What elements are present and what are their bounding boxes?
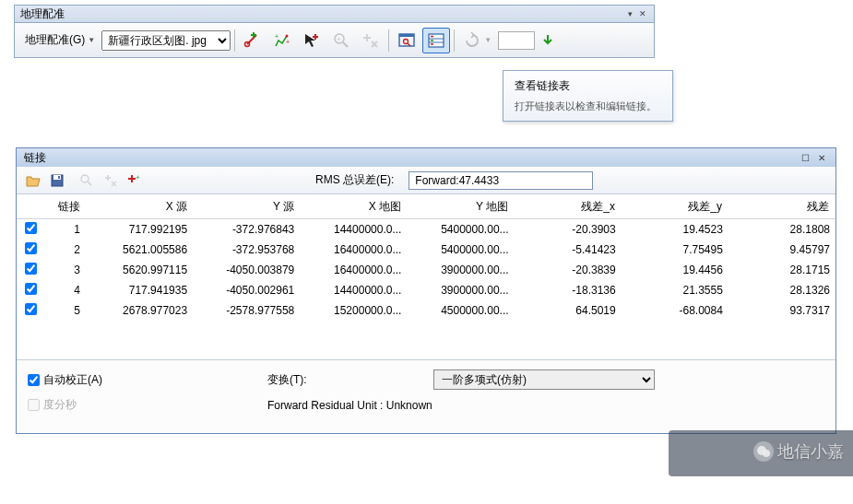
chevron-down-icon: ▼ xyxy=(88,36,95,44)
col-ymap[interactable]: Y 地图 xyxy=(408,195,515,219)
auto-rectify-checkbox[interactable] xyxy=(28,374,40,386)
svg-point-40 xyxy=(763,450,770,457)
toolbar-close-icon[interactable]: ✕ xyxy=(637,8,648,19)
cell-resx: -20.3839 xyxy=(515,260,622,280)
svg-rect-29 xyxy=(58,176,60,179)
cell-res: 93.7317 xyxy=(729,300,835,321)
table-row[interactable]: 4 717.941935 -4050.002961 14400000.0... … xyxy=(17,280,835,300)
svg-line-31 xyxy=(88,182,91,185)
svg-text:+: + xyxy=(275,33,278,40)
row-checkbox[interactable] xyxy=(25,242,37,254)
cell-xsrc: 717.941935 xyxy=(86,280,193,300)
links-toolbar: + RMS 总误差(E): Forward:47.4433 xyxy=(17,167,835,194)
cell-id: 5 xyxy=(44,300,86,321)
cell-resx: 64.5019 xyxy=(515,300,622,321)
table-row[interactable]: 2 5621.005586 -372.953768 16400000.0... … xyxy=(17,240,835,260)
cell-xmap: 16400000.0... xyxy=(300,260,407,280)
toolbar-dropdown-icon[interactable]: ▾ xyxy=(624,8,635,19)
cell-res: 28.1808 xyxy=(729,219,835,240)
cell-id: 3 xyxy=(44,260,86,280)
cell-ymap: 5400000.00... xyxy=(407,219,514,240)
col-xmap[interactable]: X 地图 xyxy=(301,195,408,219)
svg-point-18 xyxy=(404,39,409,43)
delete-selected-icon[interactable] xyxy=(101,171,120,190)
cell-ysrc: -372.976843 xyxy=(193,219,300,240)
cell-resy: 21.3555 xyxy=(622,280,729,300)
residual-unit-label: Forward Residual Unit : Unknown xyxy=(267,399,432,412)
cell-resy: 7.75495 xyxy=(622,240,729,260)
image-select[interactable]: 新疆行政区划图. jpg xyxy=(101,30,231,51)
table-row[interactable]: 1 717.992195 -372.976843 14400000.0... 5… xyxy=(17,219,835,240)
georef-menu-label: 地理配准(G) xyxy=(25,32,85,48)
table-header[interactable]: 链接 X 源 Y 源 X 地图 Y 地图 残差_x 残差_y 残差 xyxy=(18,195,835,219)
cell-xsrc: 5621.005586 xyxy=(86,240,193,260)
row-checkbox[interactable] xyxy=(25,263,37,275)
links-title-bar[interactable]: 链接 ☐ ✕ xyxy=(17,148,835,167)
rotation-input[interactable] xyxy=(498,31,535,50)
apply-icon[interactable] xyxy=(540,33,555,48)
links-title-label: 链接 xyxy=(24,150,46,166)
cell-ymap: 5400000.00... xyxy=(407,240,514,260)
zoom-selected-icon[interactable] xyxy=(77,171,96,190)
view-link-table-button[interactable] xyxy=(422,28,450,53)
auto-registration-icon[interactable]: ++ xyxy=(268,28,296,53)
cell-resy: 19.4523 xyxy=(622,219,729,240)
cell-resy: 19.4456 xyxy=(622,260,729,280)
cell-resx: -18.3136 xyxy=(515,280,622,300)
panel-close-icon[interactable]: ✕ xyxy=(815,151,828,164)
cell-ymap: 4500000.00... xyxy=(407,300,514,321)
watermark: 地信小嘉 xyxy=(753,440,844,463)
add-point-icon[interactable]: + xyxy=(125,171,144,190)
cell-ysrc: -372.953768 xyxy=(193,240,300,260)
cell-xsrc: 2678.977023 xyxy=(86,300,193,321)
cell-ymap: 3900000.00... xyxy=(407,280,514,300)
links-panel: 链接 ☐ ✕ + RMS 总误差(E): Forward:47.4433 xyxy=(16,147,836,434)
col-resy[interactable]: 残差_y xyxy=(622,195,729,219)
zoom-to-link-icon[interactable]: + xyxy=(327,28,355,53)
cell-id: 4 xyxy=(44,280,86,300)
dms-label: 度分秒 xyxy=(43,397,77,413)
col-xsrc[interactable]: X 源 xyxy=(87,195,194,219)
cell-xmap: 14400000.0... xyxy=(300,219,407,240)
select-link-icon[interactable] xyxy=(298,28,326,53)
toolbar-title: 地理配准 xyxy=(20,6,65,22)
cell-ysrc: -4050.003879 xyxy=(193,260,300,280)
cell-ysrc: -4050.002961 xyxy=(193,280,300,300)
cell-resy: -68.0084 xyxy=(622,300,729,321)
cell-resx: -20.3903 xyxy=(515,219,622,240)
cell-ymap: 3900000.00... xyxy=(407,260,514,280)
delete-link-icon[interactable] xyxy=(357,28,385,53)
transform-select[interactable]: 一阶多项式(仿射) xyxy=(433,369,655,390)
tooltip-title: 查看链接表 xyxy=(515,78,661,94)
georeferencing-menu[interactable]: 地理配准(G)▼ xyxy=(20,29,100,52)
panel-maximize-icon[interactable]: ☐ xyxy=(799,151,812,164)
cell-id: 2 xyxy=(44,240,86,260)
svg-line-10 xyxy=(343,42,348,47)
toolbar-title-bar[interactable]: 地理配准 ▾ ✕ xyxy=(14,5,655,23)
col-res[interactable]: 残差 xyxy=(729,195,835,219)
cell-res: 28.1326 xyxy=(729,280,835,300)
svg-rect-17 xyxy=(399,34,414,37)
viewer-window-icon[interactable] xyxy=(393,28,421,53)
row-checkbox[interactable] xyxy=(25,303,37,315)
open-icon[interactable] xyxy=(24,171,42,190)
table-row[interactable]: 3 5620.997115 -4050.003879 16400000.0...… xyxy=(17,260,835,280)
table-row[interactable]: 5 2678.977023 -2578.977558 15200000.0...… xyxy=(17,300,835,321)
cell-xsrc: 717.992195 xyxy=(86,219,193,240)
col-link[interactable]: 链接 xyxy=(45,195,87,219)
col-ysrc[interactable]: Y 源 xyxy=(194,195,301,219)
save-icon[interactable] xyxy=(48,171,66,190)
add-control-point-icon[interactable] xyxy=(239,28,267,53)
links-table: 链接 X 源 Y 源 X 地图 Y 地图 残差_x 残差_y 残差 1 717.… xyxy=(17,194,835,359)
svg-text:+: + xyxy=(337,35,341,43)
tooltip-body: 打开链接表以检查和编辑链接。 xyxy=(515,100,661,113)
row-checkbox[interactable] xyxy=(25,283,37,295)
cell-xmap: 14400000.0... xyxy=(300,280,407,300)
svg-text:+: + xyxy=(286,39,290,45)
cell-res: 28.1715 xyxy=(729,260,835,280)
transform-label: 变换(T): xyxy=(267,372,433,388)
col-resx[interactable]: 残差_x xyxy=(515,195,622,219)
row-checkbox[interactable] xyxy=(25,222,37,234)
rotate-icon[interactable]: ▼ xyxy=(458,28,496,53)
rms-label: RMS 总误差(E): xyxy=(315,172,394,188)
